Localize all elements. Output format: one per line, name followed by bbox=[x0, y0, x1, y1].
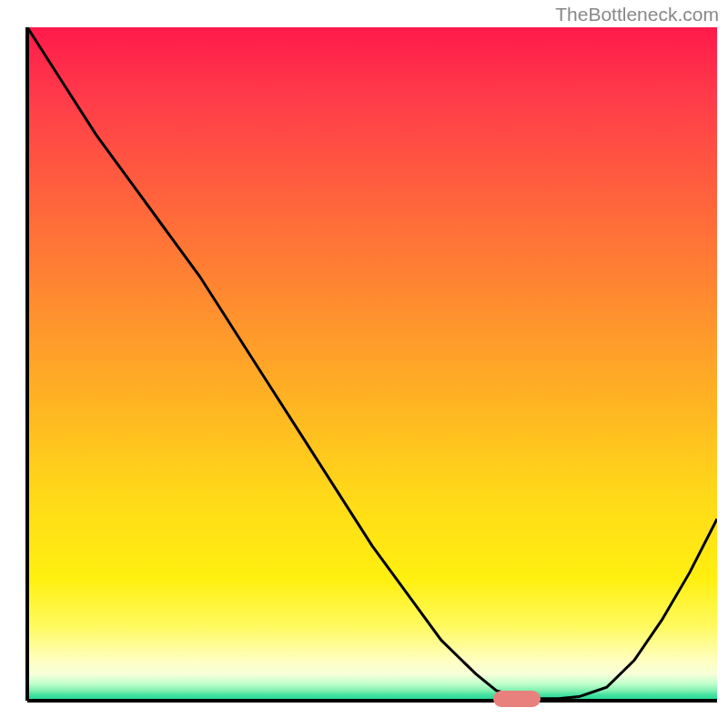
watermark-text: TheBottleneck.com bbox=[555, 4, 719, 25]
optimal-point-marker bbox=[493, 691, 541, 707]
bottleneck-curve bbox=[27, 27, 717, 701]
